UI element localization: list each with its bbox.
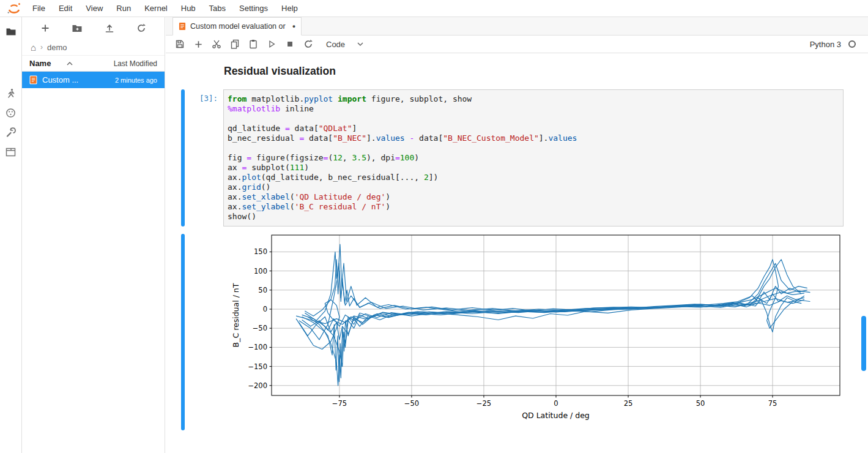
jupyter-logo — [6, 2, 22, 15]
command-palette-icon[interactable] — [0, 103, 21, 122]
kernel-name[interactable]: Python 3 — [810, 40, 841, 49]
save-icon[interactable] — [171, 37, 189, 51]
notebook-icon — [29, 75, 37, 84]
svg-text:B_C residual / nT: B_C residual / nT — [231, 283, 240, 347]
new-folder-icon[interactable] — [69, 20, 86, 36]
file-row-notebook[interactable]: Custom ... 2 minutes ago — [22, 72, 165, 88]
cell-type-value: Code — [326, 40, 345, 49]
notebook-icon — [179, 22, 186, 31]
refresh-icon[interactable] — [133, 20, 150, 36]
cell-type-dropdown[interactable]: Code — [326, 40, 363, 49]
file-modified: 2 minutes ago — [115, 77, 157, 84]
svg-text:−100: −100 — [248, 343, 267, 351]
svg-text:25: 25 — [624, 399, 633, 408]
running-sessions-icon[interactable] — [0, 83, 21, 103]
kernel-indicator: Python 3 — [810, 40, 863, 49]
svg-text:50: 50 — [696, 399, 705, 408]
chevron-down-icon — [357, 42, 363, 46]
notebook-toolbar: Code Python 3 — [166, 36, 868, 53]
kernel-idle-circle-icon[interactable] — [848, 40, 856, 48]
svg-text:100: 100 — [254, 267, 267, 275]
menu-help[interactable]: Help — [275, 0, 305, 17]
file-browser-icon[interactable] — [0, 22, 21, 42]
svg-text:−75: −75 — [332, 399, 347, 408]
svg-text:50: 50 — [258, 286, 267, 294]
svg-text:0: 0 — [554, 399, 558, 408]
home-icon[interactable]: ⌂ — [31, 42, 36, 53]
tab-bar: Custom model evaluation or ● — [166, 17, 868, 36]
breadcrumb-separator: › — [40, 43, 43, 51]
svg-text:−50: −50 — [404, 399, 419, 408]
menu-tabs[interactable]: Tabs — [202, 0, 232, 17]
breadcrumb-folder[interactable]: demo — [47, 43, 67, 52]
file-browser-toolbar — [22, 17, 165, 39]
menu-view[interactable]: View — [79, 0, 109, 17]
breadcrumb: ⌂ › demo — [22, 39, 165, 55]
menu-hub[interactable]: Hub — [174, 0, 202, 17]
output-area: −75−50−250255075−200−150−100−50050100150… — [166, 234, 844, 430]
add-cell-plus-icon[interactable] — [189, 37, 207, 51]
property-inspector-wrench-icon[interactable] — [0, 122, 21, 142]
markdown-heading: Residual visualization — [224, 65, 844, 77]
scrollbar-thumb[interactable] — [861, 316, 866, 371]
menu-run[interactable]: Run — [109, 0, 138, 17]
menu-file[interactable]: File — [26, 0, 52, 17]
notebook-content: Residual visualization [3]: from matplot… — [166, 54, 868, 453]
svg-text:QD Latitude / deg: QD Latitude / deg — [522, 411, 590, 420]
svg-text:−25: −25 — [477, 399, 491, 408]
paste-icon[interactable] — [244, 37, 262, 51]
left-activity-bar — [0, 17, 22, 453]
menu-kernel[interactable]: Kernel — [138, 0, 174, 17]
menu-settings[interactable]: Settings — [232, 0, 275, 17]
tab-title: Custom model evaluation or — [190, 22, 286, 31]
code-cell[interactable]: [3]: from matplotlib.pyplot import figur… — [166, 89, 844, 226]
menubar: File Edit View Run Kernel Hub Tabs Setti… — [0, 0, 868, 17]
new-launcher-plus-icon[interactable] — [37, 20, 54, 36]
output-figure-svg: −75−50−250255075−200−150−100−50050100150… — [230, 234, 842, 428]
svg-text:150: 150 — [254, 247, 267, 256]
cut-icon[interactable] — [207, 37, 226, 51]
tab-notebook[interactable]: Custom model evaluation or ● — [172, 17, 302, 36]
file-name: Custom ... — [42, 75, 78, 84]
execution-prompt: [3]: — [185, 89, 223, 226]
upload-icon[interactable] — [101, 20, 118, 36]
markdown-cell[interactable]: Residual visualization — [166, 60, 844, 89]
column-name[interactable]: Name — [29, 59, 51, 68]
sort-ascending-caret-icon[interactable] — [67, 62, 73, 66]
svg-text:−150: −150 — [248, 362, 267, 371]
restart-kernel-icon[interactable] — [299, 37, 317, 51]
stop-icon[interactable] — [281, 37, 299, 51]
code-editor[interactable]: from matplotlib.pyplot import figure, su… — [223, 89, 844, 226]
svg-text:−200: −200 — [248, 381, 267, 390]
tab-dirty-indicator[interactable]: ● — [292, 23, 295, 29]
svg-text:0: 0 — [263, 305, 267, 313]
menu-edit[interactable]: Edit — [52, 0, 79, 17]
column-last-modified[interactable]: Last Modified — [114, 59, 157, 68]
main-dock-panel: Custom model evaluation or ● — [166, 17, 868, 453]
copy-icon[interactable] — [226, 37, 244, 51]
file-browser-panel: ⌂ › demo Name Last Modified Custom ... 2… — [22, 17, 165, 453]
svg-text:75: 75 — [768, 399, 777, 408]
svg-text:−50: −50 — [253, 324, 267, 332]
run-icon[interactable] — [262, 37, 281, 51]
open-tabs-icon[interactable] — [0, 142, 21, 162]
file-list-header: Name Last Modified — [22, 55, 165, 72]
